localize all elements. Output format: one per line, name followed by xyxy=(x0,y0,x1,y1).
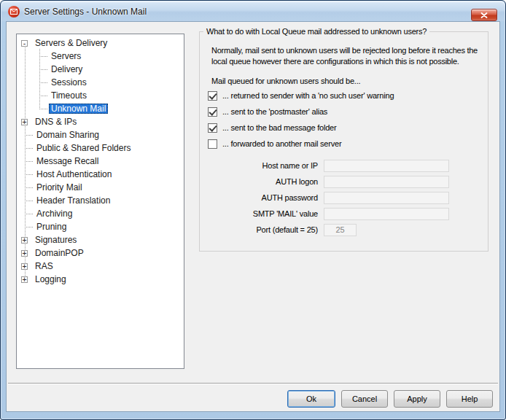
tree-expander-icon[interactable]: - xyxy=(21,40,28,47)
tree-expander-icon[interactable]: + xyxy=(21,237,28,244)
tree-item-label: Timeouts xyxy=(49,90,89,101)
tree-item[interactable]: Host Authentication xyxy=(17,168,184,181)
tree-item-label: Delivery xyxy=(49,64,85,74)
dialog-client-area: - Servers & Delivery Servers Delivery xyxy=(6,21,500,412)
tree-item[interactable]: Message Recall xyxy=(17,155,184,168)
tree-item-label: Servers & Delivery xyxy=(33,38,109,48)
field-row: Port (default = 25) xyxy=(207,222,449,238)
tree-connector-stub xyxy=(25,187,34,188)
tree-item-label: Priority Mail xyxy=(34,182,85,192)
tree-expander-icon[interactable]: + xyxy=(21,119,28,125)
tree-item[interactable]: Timeouts xyxy=(17,89,184,102)
tree-item[interactable]: Delivery xyxy=(17,63,184,76)
tree-item-label: Archiving xyxy=(34,209,74,219)
separator-line xyxy=(8,383,498,384)
apply-button[interactable]: Apply xyxy=(394,390,440,408)
tree-item[interactable]: Public & Shared Folders xyxy=(17,141,184,155)
help-button[interactable]: Help xyxy=(446,390,493,408)
port-field[interactable] xyxy=(324,224,357,236)
tree-item[interactable]: + RAS xyxy=(17,260,184,273)
tree-connector-stub xyxy=(39,96,48,96)
dialog-window: Server Settings - Unknown Mail - Servers… xyxy=(0,0,506,420)
checkbox-row[interactable]: ... sent to the 'postmaster' alias xyxy=(208,104,394,120)
tree-item[interactable]: + DomainPOP xyxy=(17,246,184,260)
tree-item-label: Servers xyxy=(49,51,83,61)
window-title: Server Settings - Unknown Mail xyxy=(24,7,147,17)
groupbox-title: What to do with Local Queue mail address… xyxy=(203,27,429,36)
tree-connector-stub xyxy=(25,135,34,136)
checkbox[interactable] xyxy=(208,107,217,117)
tree-item-label: RAS xyxy=(33,261,55,271)
host-name-or-ip-field[interactable] xyxy=(324,160,449,172)
tree-item[interactable]: - Servers & Delivery xyxy=(17,36,184,50)
tree-expander-icon[interactable]: + xyxy=(21,276,28,283)
checkbox-group: ... returned to sender with a 'no such u… xyxy=(208,88,394,152)
tree-item-label: Signatures xyxy=(33,235,79,245)
close-icon xyxy=(480,12,488,18)
cancel-button[interactable]: Cancel xyxy=(341,390,388,408)
tree-item-label: Pruning xyxy=(34,222,69,232)
close-button[interactable] xyxy=(471,9,497,21)
tree-connector-stub xyxy=(25,214,34,214)
checkbox-row[interactable]: ... returned to sender with a 'no such u… xyxy=(208,88,394,104)
checkbox-row[interactable]: ... sent to the bad message folder xyxy=(208,120,394,136)
tree-item-label: Public & Shared Folders xyxy=(34,143,133,153)
smtp-mail-value-field[interactable] xyxy=(324,208,449,220)
checkbox[interactable] xyxy=(208,139,217,149)
tree-connector-stub xyxy=(25,148,34,149)
description-text: Normally, mail sent to unknown users wil… xyxy=(211,45,491,66)
auth-password-field[interactable] xyxy=(324,192,449,204)
tree-item-label: Sessions xyxy=(49,77,89,88)
tree-item[interactable]: + Logging xyxy=(17,273,184,286)
tree-item[interactable]: Unknown Mail xyxy=(17,102,184,115)
tree-item[interactable]: Sessions xyxy=(17,76,184,89)
tree-connector-stub xyxy=(39,69,48,70)
checkbox-label: ... sent to the 'postmaster' alias xyxy=(222,107,327,116)
tree-expander-icon[interactable]: + xyxy=(21,250,28,257)
tree-connector-stub xyxy=(39,82,48,83)
tree-item[interactable]: Pruning xyxy=(17,220,184,233)
field-row: AUTH logon xyxy=(207,174,449,190)
checkbox[interactable] xyxy=(208,123,217,133)
tree-item-label: DomainPOP xyxy=(33,248,86,258)
tree-item-label: Header Translation xyxy=(34,195,112,206)
tree-item-label: Domain Sharing xyxy=(34,130,101,140)
field-label: AUTH logon xyxy=(207,177,318,186)
tree-connector-stub xyxy=(39,56,48,57)
mdaemon-mail-icon xyxy=(8,6,20,18)
tree-connector-stub xyxy=(25,161,34,162)
tree-item[interactable]: Priority Mail xyxy=(17,181,184,194)
ok-button[interactable]: Ok xyxy=(287,390,335,408)
tree-item[interactable]: Servers xyxy=(17,50,184,63)
tree-item-label: Unknown Mail xyxy=(49,104,108,114)
tree-item-label: Host Authentication xyxy=(34,169,114,179)
title-bar[interactable]: Server Settings - Unknown Mail xyxy=(1,1,505,21)
checkbox-label: ... forwarded to another mail server xyxy=(222,139,341,148)
tree-item-label: Message Recall xyxy=(34,156,101,166)
tree-connector-stub xyxy=(25,174,34,175)
checkbox[interactable] xyxy=(208,91,217,101)
queued-label: Mail queued for unknown users should be.… xyxy=(211,77,360,85)
tree-expander-icon[interactable]: + xyxy=(21,263,28,270)
checkbox-label: ... returned to sender with a 'no such u… xyxy=(222,91,394,100)
tree-connector-stub xyxy=(39,109,48,109)
dialog-buttons: Ok Cancel Apply Help xyxy=(287,390,493,408)
field-label: Host name or IP xyxy=(207,161,318,170)
field-label: AUTH password xyxy=(207,193,318,202)
forward-server-fields: Host name or IP AUTH logon AUTH password… xyxy=(207,158,449,238)
tree-item[interactable]: Header Translation xyxy=(17,194,184,207)
tree-item[interactable]: + DNS & IPs xyxy=(17,115,184,128)
checkbox-label: ... sent to the bad message folder xyxy=(222,123,336,132)
tree-connector-stub xyxy=(25,201,34,201)
tree-item[interactable]: Domain Sharing xyxy=(17,128,184,141)
tree-connector-stub xyxy=(25,227,34,228)
settings-tree: - Servers & Delivery Servers Delivery xyxy=(16,34,184,369)
field-label: SMTP 'MAIL' value xyxy=(207,209,318,218)
envelope-icon xyxy=(10,9,17,15)
field-label: Port (default = 25) xyxy=(207,225,318,234)
auth-logon-field[interactable] xyxy=(324,176,449,188)
checkbox-row[interactable]: ... forwarded to another mail server xyxy=(208,136,394,152)
tree-item[interactable]: Archiving xyxy=(17,207,184,220)
field-row: Host name or IP xyxy=(207,158,449,174)
tree-item[interactable]: + Signatures xyxy=(17,233,184,246)
